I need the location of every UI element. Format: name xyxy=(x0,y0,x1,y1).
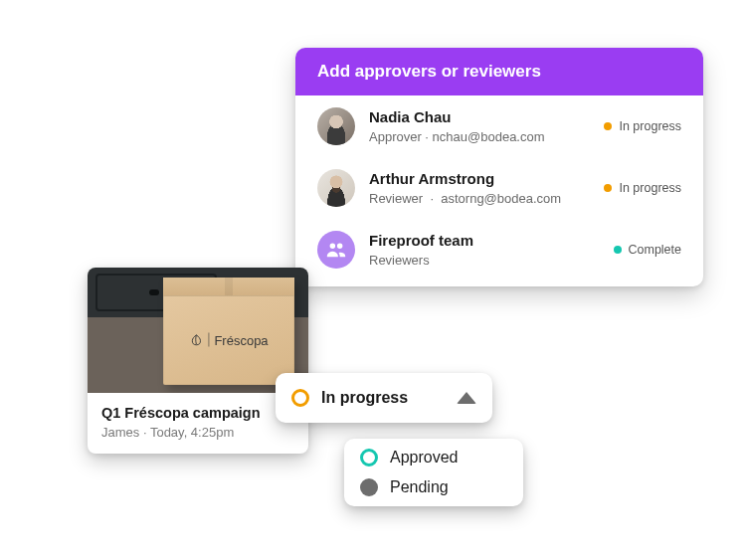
status-dropdown-selected: In progress xyxy=(321,389,408,407)
status-badge: Complete xyxy=(614,243,682,257)
status-dropdown-menu: Approved Pending xyxy=(344,439,523,506)
package-box-graphic: Fréscopa xyxy=(163,278,294,385)
campaign-meta: James · Today, 4:25pm xyxy=(101,425,294,440)
status-dot-icon xyxy=(360,478,378,496)
avatar xyxy=(317,107,355,145)
status-ring-icon xyxy=(360,449,378,467)
approver-sub: Approver · nchau@bodea.com xyxy=(369,129,604,144)
chevron-up-icon xyxy=(457,392,476,404)
status-badge: In progress xyxy=(604,181,681,195)
status-dot-icon xyxy=(614,246,622,254)
status-option-approved[interactable]: Approved xyxy=(360,449,507,467)
approver-name: Fireproof team xyxy=(369,232,614,251)
approver-row[interactable]: Nadia Chau Approver · nchau@bodea.com In… xyxy=(295,95,703,157)
approver-row[interactable]: Fireproof team Reviewers Complete xyxy=(295,219,703,286)
campaign-thumbnail: Fréscopa xyxy=(88,268,308,393)
status-option-pending[interactable]: Pending xyxy=(360,478,507,496)
team-avatar-icon xyxy=(317,231,355,269)
approver-name: Nadia Chau xyxy=(369,108,604,127)
status-dot-icon xyxy=(604,184,612,192)
status-ring-icon xyxy=(291,389,309,407)
approvers-panel-title: Add approvers or reviewers xyxy=(295,48,703,95)
status-badge: In progress xyxy=(604,119,681,133)
approver-name: Arthur Armstrong xyxy=(369,170,604,189)
campaign-title: Q1 Fréscopa campaign xyxy=(101,405,294,421)
approvers-panel: Add approvers or reviewers Nadia Chau Ap… xyxy=(295,48,703,286)
approver-row[interactable]: Arthur Armstrong Reviewer · astorng@bode… xyxy=(295,157,703,219)
box-brand-logo: Fréscopa xyxy=(189,332,268,347)
leaf-icon xyxy=(189,333,203,347)
status-dropdown-trigger[interactable]: In progress xyxy=(276,373,492,423)
approver-sub: Reviewer · astorng@bodea.com xyxy=(369,191,604,206)
approver-sub: Reviewers xyxy=(369,253,614,268)
campaign-card[interactable]: Fréscopa Q1 Fréscopa campaign James · To… xyxy=(88,268,308,454)
status-dot-icon xyxy=(604,122,612,130)
avatar xyxy=(317,169,355,207)
